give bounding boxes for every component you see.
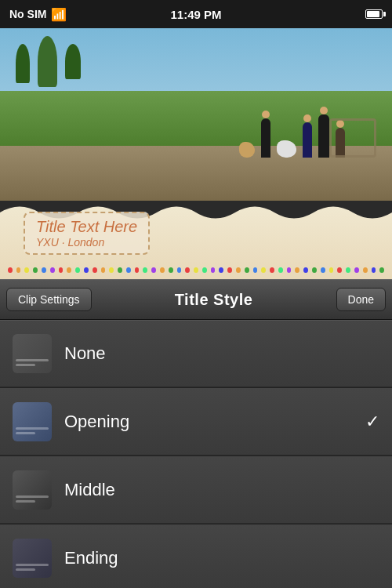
item-label-none: None — [64, 343, 379, 364]
decorative-dot — [75, 267, 80, 273]
thumb-ending — [13, 539, 52, 578]
selected-checkmark: ✓ — [365, 412, 379, 432]
decorative-dot — [109, 267, 114, 273]
decorative-dot — [287, 267, 292, 273]
thumb-opening — [13, 402, 52, 441]
decorative-dot — [8, 267, 13, 273]
decorative-dot — [346, 267, 350, 273]
decorative-dot — [329, 267, 334, 273]
decorative-dot — [227, 267, 232, 273]
toolbar-title: Title Style — [175, 291, 253, 309]
decorative-dot — [24, 267, 29, 273]
video-preview — [0, 28, 392, 201]
item-label-middle: Middle — [64, 480, 379, 500]
wifi-icon: 📶 — [51, 7, 67, 22]
decorative-dot — [143, 267, 147, 273]
decorative-dot — [177, 267, 182, 273]
title-sub-text: YXU · London — [36, 236, 137, 249]
status-left: No SIM 📶 — [9, 7, 67, 22]
decorative-dot — [354, 267, 359, 273]
decorative-dot — [126, 267, 131, 273]
list-item-none[interactable]: None — [0, 320, 392, 387]
decorative-dot — [202, 267, 207, 273]
decorative-dot — [93, 267, 97, 273]
decorative-dot — [236, 267, 241, 273]
decorative-dot — [253, 267, 258, 273]
item-label-ending: Ending — [64, 548, 379, 568]
decorative-dot — [160, 267, 165, 273]
title-style-list: None Opening ✓ Middle Ending — [0, 320, 392, 588]
decorative-dot — [245, 267, 249, 273]
decorative-dot — [194, 267, 198, 273]
decorative-dot — [295, 267, 299, 273]
status-right — [365, 9, 383, 19]
decorative-dot — [219, 267, 223, 273]
done-button[interactable]: Done — [336, 288, 386, 311]
decorative-dot — [33, 267, 38, 273]
decorative-dot — [312, 267, 317, 273]
decorative-dot — [59, 267, 64, 273]
decorative-dot — [84, 267, 89, 273]
decorative-dot — [372, 267, 376, 273]
decorative-dot — [337, 267, 342, 273]
decorative-dot — [363, 267, 368, 273]
decorative-dot — [169, 267, 173, 273]
decorative-dot — [321, 267, 325, 273]
video-background — [0, 28, 392, 201]
carrier-label: No SIM — [9, 8, 46, 20]
decorative-dot — [67, 267, 71, 273]
decorative-dot — [101, 267, 106, 273]
thumb-middle — [13, 470, 52, 510]
thumb-none — [13, 334, 52, 373]
decorative-dot — [135, 267, 140, 273]
decorative-dots — [0, 267, 392, 273]
decorative-dot — [42, 267, 46, 273]
title-overlay: Title Text Here YXU · London — [0, 201, 392, 279]
decorative-dot — [151, 267, 156, 273]
status-time: 11:49 PM — [170, 8, 221, 21]
decorative-dot — [16, 267, 21, 273]
list-item-ending[interactable]: Ending — [0, 524, 392, 588]
toolbar: Clip Settings Title Style Done — [0, 279, 392, 320]
decorative-dot — [303, 267, 308, 273]
decorative-dot — [211, 267, 216, 273]
item-label-opening: Opening — [64, 412, 353, 432]
title-text-area: Title Text Here YXU · London — [24, 212, 150, 255]
status-bar: No SIM 📶 11:49 PM — [0, 0, 392, 28]
list-item-opening[interactable]: Opening ✓ — [0, 388, 392, 456]
decorative-dot — [278, 267, 283, 273]
clip-settings-button[interactable]: Clip Settings — [6, 288, 92, 311]
list-item-middle[interactable]: Middle — [0, 456, 392, 524]
decorative-dot — [118, 267, 122, 273]
decorative-dot — [379, 267, 384, 273]
decorative-dot — [50, 267, 55, 273]
decorative-dot — [270, 267, 274, 273]
battery-icon — [365, 9, 383, 19]
title-main-text: Title Text Here — [36, 218, 137, 236]
decorative-dot — [261, 267, 266, 273]
decorative-dot — [185, 267, 190, 273]
